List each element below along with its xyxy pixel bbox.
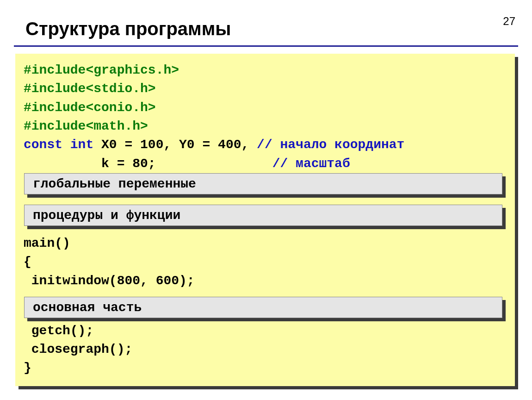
label-main-part: основная часть [24,297,502,318]
label-globals-text: глобальные переменные [33,177,196,191]
include-line: #include<conio.h> [24,100,156,115]
label-globals: глобальные переменные [24,173,502,194]
closegraph-call: closegraph(); [24,342,132,356]
const-keyword: const int [24,138,93,152]
label-procedures: процедуры и функции [24,205,502,226]
const-body-2: k = 80; [24,156,272,171]
const-body: X0 = 100, Y0 = 400, [93,138,257,152]
include-line: #include<graphics.h> [24,63,179,77]
getch-call: getch(); [24,324,93,338]
brace-close: } [24,361,31,375]
comment-origin: // начало координат [257,138,404,152]
include-line: #include<math.h> [24,119,148,133]
comment-scale: // масштаб [272,156,350,171]
initwindow-call: initwindow(800, 600); [24,274,195,288]
brace-open: { [24,255,31,269]
slide-title: Структура программы [25,19,231,39]
slide: 27 Структура программы #include<graphics… [0,0,532,400]
include-line: #include<stdio.h> [24,81,156,96]
page-number: 27 [503,15,515,28]
label-main-part-text: основная часть [33,300,142,315]
main-decl: main() [24,236,70,250]
label-procedures-text: процедуры и функции [33,208,180,223]
title-rule [14,45,518,47]
